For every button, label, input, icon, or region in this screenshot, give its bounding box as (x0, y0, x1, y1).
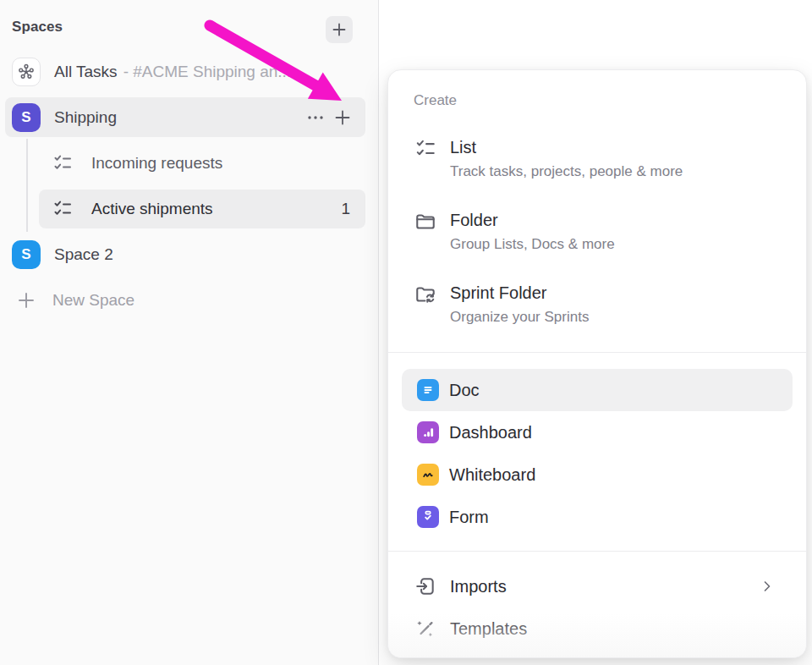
folder-item-description: Group Lists, Docs & more (450, 234, 615, 256)
sidebar-item-active-shipments[interactable]: Active shipments 1 (39, 190, 365, 228)
sidebar-item-all-tasks[interactable]: All Tasks - #ACME Shipping an... (5, 52, 365, 91)
tree-indent-line (26, 139, 28, 232)
plus-icon (331, 21, 348, 38)
hub-icon (12, 58, 41, 86)
sidebar: Spaces All Tasks - #ACME Shipping an... (0, 0, 379, 665)
view-items-group: Doc Dashboard Whiteboard (388, 353, 806, 551)
checklist-icon (52, 199, 73, 219)
sidebar-item-space-2[interactable]: S Space 2 (5, 235, 365, 274)
active-shipments-count: 1 (341, 200, 350, 218)
chevron-right-icon (759, 578, 776, 595)
doc-item-title: Doc (449, 381, 480, 400)
whiteboard-item-title: Whiteboard (449, 465, 535, 485)
menu-item-list[interactable]: List Track tasks, projects, people & mor… (388, 123, 806, 195)
imports-item-title: Imports (450, 577, 507, 596)
all-tasks-suffix: - #ACME Shipping an... (123, 63, 292, 81)
doc-icon (417, 379, 439, 401)
templates-item-title: Templates (450, 619, 527, 639)
form-item-title: Form (449, 508, 489, 527)
menu-item-doc[interactable]: Doc (402, 369, 793, 411)
menu-item-imports[interactable]: Imports (402, 565, 793, 607)
sprint-folder-icon (414, 283, 436, 305)
space2-label: Space 2 (54, 245, 113, 264)
sidebar-item-new-space[interactable]: New Space (5, 281, 365, 320)
menu-item-dashboard[interactable]: Dashboard (402, 411, 793, 453)
shipping-add-button[interactable] (332, 107, 354, 129)
spaces-section-title: Spaces (12, 19, 63, 36)
sprint-folder-item-description: Organize your Sprints (450, 306, 589, 328)
menu-item-form[interactable]: Form (402, 496, 793, 538)
list-item-title: List (450, 135, 683, 159)
sprint-folder-item-title: Sprint Folder (450, 281, 589, 305)
create-items-group: List Track tasks, projects, people & mor… (388, 123, 806, 341)
space2-avatar: S (12, 240, 41, 269)
shipping-space-avatar: S (12, 103, 41, 132)
menu-item-folder[interactable]: Folder Group Lists, Docs & more (388, 195, 806, 268)
new-space-label: New Space (52, 291, 134, 310)
whiteboard-icon (417, 464, 439, 486)
shipping-more-button[interactable] (304, 107, 326, 129)
sidebar-item-shipping[interactable]: S Shipping (5, 97, 365, 137)
checklist-icon (414, 138, 436, 160)
all-tasks-label: All Tasks (54, 63, 118, 81)
dashboard-icon (417, 421, 439, 443)
create-section-title: Create (414, 92, 806, 109)
menu-item-whiteboard[interactable]: Whiteboard (402, 453, 793, 496)
import-icon (414, 575, 436, 597)
folder-item-title: Folder (450, 208, 615, 232)
folder-icon (414, 211, 436, 233)
shipping-label: Shipping (54, 108, 117, 127)
list-item-description: Track tasks, projects, people & more (450, 161, 683, 183)
plus-icon (15, 289, 37, 311)
form-icon (417, 506, 439, 528)
create-menu-popup: Create List Track tasks, projects, peopl… (387, 69, 807, 658)
ellipsis-icon (306, 108, 325, 127)
checklist-icon (52, 153, 73, 173)
menu-item-templates[interactable]: Templates (402, 607, 793, 650)
dashboard-item-title: Dashboard (449, 423, 532, 442)
sidebar-item-incoming-requests[interactable]: Incoming requests (39, 144, 365, 183)
spaces-add-button[interactable] (326, 16, 353, 43)
footer-items-group: Imports Templates (388, 552, 806, 650)
wand-icon (414, 618, 436, 640)
active-shipments-label: Active shipments (91, 200, 213, 218)
plus-icon (333, 108, 352, 127)
incoming-requests-label: Incoming requests (91, 154, 222, 173)
menu-item-sprint-folder[interactable]: Sprint Folder Organize your Sprints (388, 268, 806, 341)
